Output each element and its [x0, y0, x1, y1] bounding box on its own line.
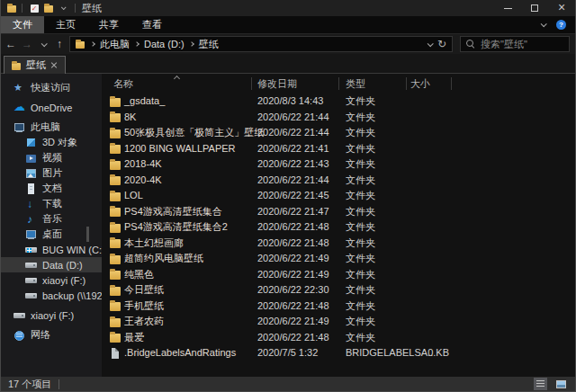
back-button[interactable] [3, 34, 19, 54]
sidebar-item[interactable]: 视频 [1, 150, 102, 165]
file-row[interactable]: 超简约风电脑壁纸 2020/6/22 21:49 文件夹 [102, 251, 575, 267]
titlebar-divider [75, 4, 76, 13]
breadcrumb-item[interactable]: 壁纸 [199, 38, 219, 51]
navigation-bar: 此电脑 Data (D:) 壁纸 [1, 34, 575, 54]
minimize-button[interactable] [494, 0, 521, 16]
sidebar-item[interactable]: xiaoyi (F:) [1, 272, 102, 288]
column-divider[interactable] [451, 77, 452, 90]
checkmark-icon [31, 4, 39, 13]
sidebar-item[interactable]: 网络 [1, 327, 102, 343]
file-date-modified: 2020/6/22 21:48 [257, 236, 329, 252]
file-icon [110, 128, 122, 138]
qat-new-folder-button[interactable] [41, 1, 56, 15]
file-row[interactable]: 王者农药 2020/6/22 21:49 文件夹 [102, 314, 575, 330]
qat-properties-button[interactable] [27, 1, 41, 15]
file-row[interactable]: .BridgeLabelsAndRatings 2020/7/5 1:32 BR… [102, 345, 575, 361]
sidebar-item[interactable]: 音乐 [1, 211, 102, 227]
breadcrumb-item[interactable]: 此电脑 [100, 38, 130, 51]
recent-locations-button[interactable] [35, 34, 51, 54]
help-button[interactable] [556, 20, 566, 30]
ribbon-tab[interactable]: 文件 [1, 16, 44, 33]
file-name: 8K [124, 110, 136, 126]
sidebar-item[interactable]: BUG WIN (C:) [1, 242, 102, 257]
file-icon [110, 143, 122, 154]
file-row[interactable]: 2018-4K 2020/6/22 21:43 文件夹 [102, 156, 575, 173]
file-date-modified: 2020/6/22 21:48 [257, 219, 329, 236]
breadcrumb: 此电脑 Data (D:) 壁纸 [91, 38, 219, 51]
file-row[interactable]: 1200 BING WALLPAPER 2020/6/22 21:41 文件夹 [102, 141, 575, 157]
file-row[interactable]: 2020-4K 2020/6/22 21:44 文件夹 [102, 173, 575, 189]
sidebar-item-icon [25, 275, 37, 286]
file-type: 文件夹 [346, 330, 375, 346]
ribbon-expand-icon[interactable] [541, 21, 547, 27]
file-row[interactable]: PS4游戏高清壁纸集合2 2020/6/22 21:48 文件夹 [102, 219, 575, 236]
file-row[interactable]: 本土幻想画廊 2020/6/22 21:48 文件夹 [102, 236, 575, 252]
maximize-button[interactable] [521, 0, 548, 16]
sidebar-item[interactable]: 快速访问 [1, 80, 102, 95]
refresh-icon[interactable] [437, 38, 446, 50]
ribbon-tab[interactable]: 主页 [44, 16, 87, 33]
search-input[interactable] [481, 39, 563, 49]
file-list-pane: 名称 修改日期 类型 大小 _gsdata_ 2020/8/3 14:43 文件… [102, 74, 575, 377]
file-name: 手机壁纸 [124, 298, 164, 315]
file-row[interactable]: 手机壁纸 2020/6/22 21:48 文件夹 [102, 298, 575, 315]
file-type: 文件夹 [346, 204, 375, 220]
sidebar-item[interactable]: 3D 对象 [1, 135, 102, 150]
thumbnails-view-button[interactable] [554, 378, 568, 390]
sidebar-item-label: BUG WIN (C:) [42, 245, 102, 255]
search-box[interactable] [460, 36, 570, 52]
navigation-pane: 快速访问 OneDrive 此电脑 3D 对象 [1, 74, 102, 377]
file-date-modified: 2020/6/22 21:48 [257, 330, 329, 346]
sidebar-item[interactable]: OneDrive [1, 100, 102, 115]
file-row[interactable]: 8K 2020/6/22 21:44 文件夹 [102, 110, 575, 126]
file-row[interactable]: _gsdata_ 2020/8/3 14:43 文件夹 [102, 94, 575, 110]
close-icon [558, 3, 565, 13]
sidebar-scrollbar-thumb[interactable] [86, 227, 89, 242]
address-bar[interactable]: 此电脑 Data (D:) 壁纸 [69, 36, 453, 52]
sidebar-item[interactable]: 文档 [1, 181, 102, 196]
sidebar-item-icon [25, 290, 37, 301]
folder-icon [44, 4, 54, 13]
up-button[interactable] [51, 34, 68, 54]
forward-button[interactable] [19, 34, 35, 54]
column-divider[interactable] [251, 77, 252, 90]
sidebar-item[interactable]: xiaoyi (F:) [1, 307, 102, 323]
address-dropdown-icon[interactable] [428, 40, 434, 47]
file-row[interactable]: PS4游戏高清壁纸集合 2020/6/22 21:47 文件夹 [102, 204, 575, 220]
column-header-type[interactable]: 类型 [346, 74, 365, 94]
column-divider[interactable] [406, 77, 407, 90]
file-type: 文件夹 [346, 282, 375, 298]
sidebar-item[interactable]: 图片 [1, 165, 102, 181]
app-folder-icon [7, 4, 17, 13]
chevron-down-icon [40, 40, 47, 47]
file-row[interactable]: 50张极具创意「极简主义」壁纸 2020/6/22 21:44 文件夹 [102, 125, 575, 141]
column-header-name[interactable]: 名称 [113, 74, 133, 94]
file-date-modified: 2020/6/22 21:41 [257, 141, 329, 157]
sidebar-item-label: Data (D:) [42, 260, 83, 271]
sidebar-item[interactable]: Data (D:) [1, 257, 102, 272]
breadcrumb-item[interactable]: Data (D:) [144, 39, 184, 49]
column-header-date[interactable]: 修改日期 [257, 74, 297, 94]
file-row[interactable]: LOL 2020/6/22 21:45 文件夹 [102, 188, 575, 204]
location-folder-icon [76, 40, 86, 49]
ribbon-tab[interactable]: 共享 [87, 16, 130, 33]
items-count: 17 个项目 [8, 378, 51, 391]
sidebar-item[interactable]: 此电脑 [1, 120, 102, 135]
column-header-size[interactable]: 大小 [410, 74, 430, 94]
column-divider[interactable] [338, 77, 339, 90]
file-type: 文件夹 [346, 173, 375, 189]
file-date-modified: 2020/8/3 14:43 [257, 94, 323, 110]
qat-customize-button[interactable] [56, 1, 70, 15]
details-view-button[interactable] [534, 378, 547, 390]
sidebar-item-label: 下载 [42, 197, 62, 210]
file-row[interactable]: 最爱 2020/6/22 21:48 文件夹 [102, 330, 575, 346]
tab-close-icon[interactable] [50, 62, 58, 69]
file-row[interactable]: 今日壁纸 2020/6/22 22:30 文件夹 [102, 282, 575, 298]
file-date-modified: 2020/6/22 21:49 [257, 314, 329, 330]
close-button[interactable] [548, 0, 575, 16]
file-row[interactable]: 纯黑色 2020/6/22 21:49 文件夹 [102, 267, 575, 283]
explorer-tab[interactable]: 壁纸 [4, 56, 66, 74]
sidebar-item[interactable]: 下载 [1, 196, 102, 211]
ribbon-tab[interactable]: 查看 [130, 16, 174, 33]
sidebar-item[interactable]: backup (\\192.168 [1, 288, 102, 303]
